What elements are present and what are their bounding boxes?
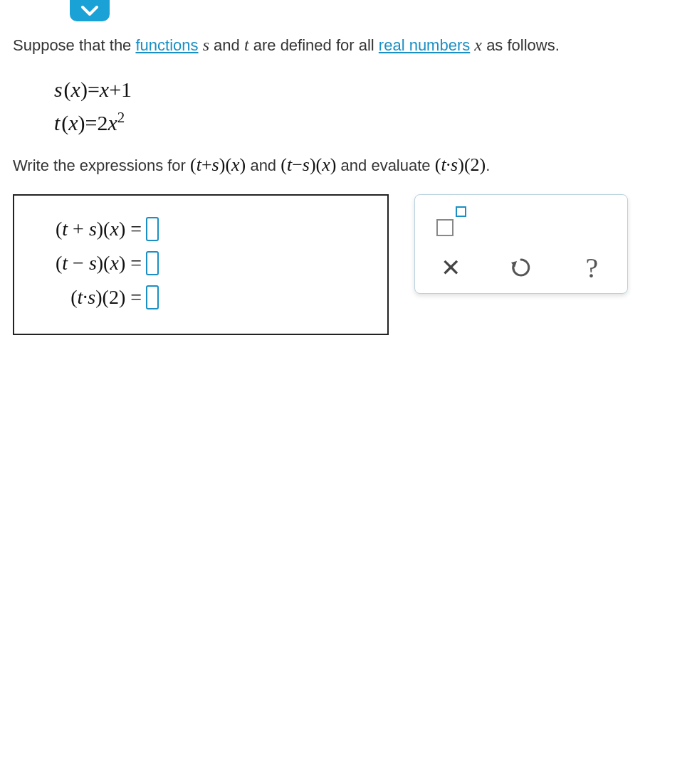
link-functions[interactable]: functions: [135, 36, 198, 54]
tool-panel: ✕ ?: [414, 194, 628, 294]
text: and evaluate: [336, 157, 434, 174]
undo-button[interactable]: [490, 246, 552, 289]
input-t-plus-s[interactable]: [146, 217, 159, 241]
text: s: [54, 78, 63, 101]
s-rhs: x+1: [100, 78, 132, 101]
var-x: x: [474, 36, 482, 54]
text: (: [61, 111, 68, 134]
expand-toggle[interactable]: [70, 0, 110, 21]
text: are defined for all: [249, 36, 379, 54]
input-t-minus-s[interactable]: [146, 251, 159, 275]
undo-icon: [509, 255, 533, 280]
text: x: [68, 111, 78, 134]
instruction-text: Write the expressions for (t+s)(x) and (…: [13, 154, 679, 176]
text: .: [486, 157, 490, 174]
help-button[interactable]: ?: [560, 246, 623, 289]
text: x: [71, 78, 80, 101]
text: Suppose that the: [13, 36, 135, 54]
text: ): [78, 111, 85, 134]
var-t: t: [244, 36, 249, 54]
problem-statement: Suppose that the functions s and t are d…: [13, 32, 679, 58]
var-s: s: [203, 36, 209, 54]
text: =: [85, 111, 98, 134]
answer-row-1: (t + s)(x) =: [31, 217, 370, 241]
text: and: [246, 157, 281, 174]
text: and: [209, 36, 244, 54]
tool-row-1: [415, 199, 627, 245]
text: ): [80, 78, 88, 101]
superscript-icon: [435, 206, 466, 238]
tool-row-2: ✕ ?: [415, 245, 627, 290]
answer-label-3: (t·s)(2) =: [31, 286, 142, 309]
superscript-tool-button[interactable]: [419, 201, 482, 243]
link-real-numbers[interactable]: real numbers: [379, 36, 470, 54]
t-rhs: 2x2: [97, 111, 125, 134]
text: Write the expressions for: [13, 157, 190, 174]
answer-row-2: (t − s)(x) =: [31, 251, 370, 275]
text: (: [64, 78, 71, 101]
clear-button[interactable]: ✕: [419, 246, 482, 289]
chevron-down-icon: [80, 5, 99, 16]
expr-t-plus-s: (t+s)(x): [190, 154, 246, 175]
definition-s: s (x)=x+1: [54, 73, 679, 105]
answer-row-3: (t·s)(2) =: [31, 285, 370, 309]
question-icon: ?: [585, 251, 598, 285]
answer-label-1: (t + s)(x) =: [31, 218, 142, 240]
function-definitions: s (x)=x+1 t (x)=2x2: [54, 73, 679, 139]
input-t-dot-s-2[interactable]: [146, 285, 159, 309]
answer-label-2: (t − s)(x) =: [31, 252, 142, 275]
expr-t-dot-s: (t·s)(2): [435, 154, 486, 175]
text: =: [88, 78, 100, 101]
x-icon: ✕: [441, 253, 461, 282]
definition-t: t (x)=2x2: [54, 107, 679, 139]
text: as follows.: [482, 36, 560, 54]
expr-t-minus-s: (t−s)(x): [281, 154, 336, 175]
answer-box: (t + s)(x) = (t − s)(x) = (t·s)(2) =: [13, 194, 389, 335]
